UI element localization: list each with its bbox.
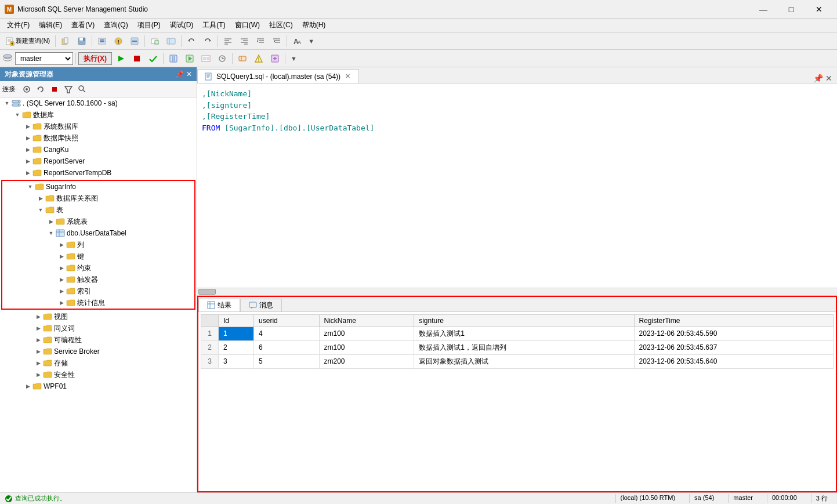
toolbar-btn-7[interactable]	[164, 34, 179, 48]
sql-query-tab[interactable]: SQLQuery1.sql - (local).master (sa (54))…	[197, 69, 359, 83]
tree-item[interactable]: ▼SugarInfo	[2, 181, 194, 193]
maximize-button[interactable]: □	[778, 0, 805, 19]
toolbar2-btn-1[interactable]: ||	[166, 52, 181, 66]
font-button[interactable]: AA	[289, 34, 305, 48]
open-file-button[interactable]	[58, 34, 73, 48]
toolbar2-btn-6[interactable]	[251, 52, 266, 66]
window-controls[interactable]: — □ ✕	[750, 0, 832, 19]
signture-cell: 返回对象数据插入测试	[414, 354, 634, 368]
tree-item[interactable]: ▶可编程性	[0, 334, 197, 346]
table-row[interactable]: 335zm200返回对象数据插入测试2023-12-06 20:53:45.64…	[201, 354, 834, 368]
sidebar-tool-filter[interactable]	[62, 83, 75, 96]
folder-icon	[66, 298, 75, 307]
sidebar-tool-search[interactable]	[76, 83, 89, 96]
menu-window[interactable]: 窗口(W)	[230, 19, 264, 31]
tree-item[interactable]: ▶ReportServerTempDB	[0, 167, 197, 179]
tree-item[interactable]: ▼. (SQL Server 10.50.1600 - sa)	[0, 97, 197, 109]
tree-item[interactable]: ▼表	[2, 204, 194, 216]
toolbar2-btn-4[interactable]	[215, 52, 230, 66]
tree-item[interactable]: ▶触发器	[2, 274, 194, 285]
svg-point-44	[3, 55, 12, 58]
h-scrollbar-thumb-editor[interactable]	[198, 289, 216, 295]
tree-item[interactable]: ▶视图	[0, 311, 197, 322]
toolbar2-btn-7[interactable]	[267, 52, 282, 66]
tree-item[interactable]: ▶WPF01	[0, 380, 197, 392]
sql-line-2: ,[signture]	[202, 100, 832, 111]
menu-view[interactable]: 查看(V)	[67, 19, 99, 31]
toolbar2-sep-1	[75, 53, 76, 64]
tree-item[interactable]: ▶列	[2, 239, 194, 251]
tree-item[interactable]: ▶约束	[2, 262, 194, 274]
toolbar2-btn-8[interactable]: ▼	[288, 52, 300, 66]
table-row[interactable]: 226zm100数据插入测试1，返回自增列2023-12-06 20:53:45…	[201, 340, 834, 354]
align-left-button[interactable]	[220, 34, 235, 48]
toolbar-btn-3[interactable]	[95, 34, 110, 48]
undo-button[interactable]	[184, 34, 199, 48]
close-tab-button[interactable]: ✕	[344, 72, 352, 80]
align-right-button[interactable]	[237, 34, 252, 48]
execute-button[interactable]: 执行(X)	[78, 52, 112, 65]
toolbar2-icon-3	[201, 54, 211, 63]
messages-tab-icon	[249, 301, 257, 309]
toolbar2-btn-5[interactable]	[235, 52, 250, 66]
stop-button[interactable]	[129, 52, 144, 66]
tab-close-button[interactable]: ✕	[825, 74, 832, 83]
database-selector[interactable]: master	[15, 52, 73, 65]
indent-button[interactable]	[253, 34, 268, 48]
toolbar2-btn-3[interactable]	[198, 52, 213, 66]
tree-item[interactable]: ▶统计信息	[2, 297, 194, 309]
title-bar: M Microsoft SQL Server Management Studio…	[0, 0, 837, 19]
tab-pin-button[interactable]: 📌	[813, 74, 823, 83]
tree-item[interactable]: ▶数据库关系图	[2, 193, 194, 204]
toolbar-btn-4[interactable]: !	[111, 34, 126, 48]
close-button[interactable]: ✕	[806, 0, 832, 19]
menu-community[interactable]: 社区(C)	[264, 19, 298, 31]
folder-icon	[43, 358, 52, 368]
tree-item[interactable]: ▶CangKu	[0, 144, 197, 155]
sidebar-tool-stop[interactable]	[48, 83, 61, 96]
svg-rect-57	[239, 56, 246, 61]
toolbar-icon-7	[166, 37, 176, 46]
menu-edit[interactable]: 编辑(E)	[34, 19, 67, 31]
debug-run-button[interactable]	[113, 52, 128, 66]
outdent-button[interactable]	[269, 34, 284, 48]
pin-button[interactable]: 📌	[175, 70, 184, 78]
menu-help[interactable]: 帮助(H)	[298, 19, 331, 31]
minimize-button[interactable]: —	[750, 0, 777, 19]
tree-item[interactable]: ▶存储	[0, 357, 197, 369]
sql-editor[interactable]: ,[NickName] ,[signture] ,[RegisterTime] …	[197, 84, 837, 288]
messages-tab[interactable]: 消息	[240, 299, 282, 311]
folder-icon	[32, 145, 42, 154]
tree-item[interactable]: ▶安全性	[0, 369, 197, 380]
new-query-button[interactable]: + 新建查询(N)	[2, 34, 53, 48]
sidebar-tool-connect[interactable]	[20, 83, 33, 96]
tree-item[interactable]: ▶键	[2, 251, 194, 262]
menu-query[interactable]: 查询(Q)	[99, 19, 132, 31]
unpin-button[interactable]: ✕	[186, 70, 192, 78]
tree-item[interactable]: ▶同义词	[0, 322, 197, 334]
menu-project[interactable]: 项目(P)	[133, 19, 165, 31]
tree-item[interactable]: ▶数据库快照	[0, 132, 197, 144]
toolbar-btn-5[interactable]	[127, 34, 142, 48]
tree-item[interactable]: ▶ReportServer	[0, 155, 197, 167]
menu-file[interactable]: 文件(F)	[2, 19, 34, 31]
tree-item[interactable]: ▼数据库	[0, 109, 197, 121]
menu-tools[interactable]: 工具(T)	[198, 19, 230, 31]
save-button[interactable]	[74, 34, 89, 48]
check-button[interactable]	[146, 52, 161, 66]
table-row[interactable]: 114zm100数据插入测试12023-12-06 20:53:45.590	[201, 327, 834, 340]
tree-item[interactable]: ▶Service Broker	[0, 346, 197, 357]
tree-item[interactable]: ▶系统数据库	[0, 121, 197, 132]
toolbar2-btn-2[interactable]	[182, 52, 197, 66]
folder-icon	[32, 157, 42, 166]
redo-button[interactable]	[200, 34, 215, 48]
tree-item[interactable]: ▼dbo.UserDataTabel	[2, 227, 194, 239]
h-scrollbar-editor[interactable]	[197, 288, 837, 296]
tree-item[interactable]: ▶系统表	[2, 216, 194, 227]
toolbar-btn-6[interactable]	[147, 34, 162, 48]
tree-item[interactable]: ▶索引	[2, 285, 194, 297]
sidebar-tool-refresh[interactable]	[34, 83, 47, 96]
results-tab-results[interactable]: 结果	[198, 299, 240, 311]
tree-label: ReportServer	[44, 157, 85, 165]
menu-debug[interactable]: 调试(D)	[165, 19, 198, 31]
